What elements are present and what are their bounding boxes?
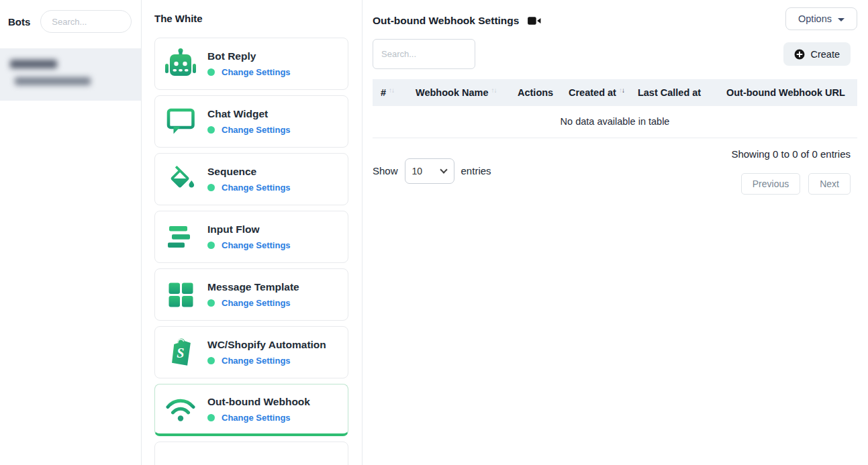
show-label: Show — [373, 165, 398, 176]
feature-card-wc-shopify[interactable]: S WC/Shopify Automation Change Settings — [154, 326, 348, 378]
robot-icon — [164, 48, 197, 80]
column-header-webhook-name[interactable]: Webhook Name↑↓ — [409, 79, 511, 106]
sidebar-title: Bots — [8, 16, 30, 28]
chevron-down-icon — [838, 18, 845, 21]
card-title: Out-bound Webhook — [207, 396, 310, 408]
video-camera-icon[interactable] — [527, 15, 542, 27]
change-settings-link[interactable]: Change Settings — [222, 67, 291, 77]
create-button[interactable]: Create — [783, 42, 851, 66]
card-title: Message Template — [207, 281, 299, 293]
webhook-settings-panel: Out-bound Webhook Settings Options — [363, 0, 868, 465]
table-footer: Show 10 entries Showing 0 to 0 of 0 entr… — [373, 147, 857, 195]
plus-circle-icon — [794, 49, 805, 60]
change-settings-link[interactable]: Change Settings — [222, 356, 291, 366]
bot-panel-title: The White — [154, 0, 348, 24]
column-header-created-at[interactable]: Created at↑↓ — [562, 79, 631, 106]
svg-text:S: S — [177, 346, 184, 360]
bars-icon — [164, 221, 197, 253]
page-size-control: Show 10 entries — [373, 147, 491, 195]
change-settings-link[interactable]: Change Settings — [222, 413, 291, 423]
webhooks-table: #↑↓ Webhook Name↑↓ Actions Created at↑↓ … — [373, 79, 857, 138]
create-label: Create — [810, 49, 840, 60]
change-settings-link[interactable]: Change Settings — [222, 125, 291, 135]
webhook-search-input[interactable] — [373, 39, 475, 69]
app-root: Bots The White — [0, 0, 868, 465]
page-title: Out-bound Webhook Settings — [373, 15, 519, 27]
feature-card-list: Bot Reply Change Settings — [154, 38, 348, 465]
previous-button[interactable]: Previous — [741, 173, 800, 195]
feature-card-input-flow[interactable]: Input Flow Change Settings — [154, 211, 348, 263]
shopify-bag-icon: S — [164, 336, 197, 368]
sort-icon: ↑↓ — [491, 87, 497, 94]
change-settings-link[interactable]: Change Settings — [222, 183, 291, 193]
card-title: Input Flow — [207, 223, 291, 236]
status-dot — [207, 126, 215, 134]
status-dot — [207, 299, 215, 307]
feature-card-message-template[interactable]: Message Template Change Settings — [154, 268, 348, 321]
empty-row: No data available in table — [373, 106, 857, 138]
entries-label: entries — [461, 165, 491, 176]
grid-icon — [164, 278, 197, 311]
content-header: Out-bound Webhook Settings Options — [373, 0, 857, 30]
pagination: Previous Next — [741, 173, 851, 195]
sidebar-header: Bots — [0, 0, 141, 41]
feature-card-chat-widget[interactable]: Chat Widget Change Settings — [154, 95, 348, 148]
sort-icon: ↑↓ — [389, 87, 394, 94]
status-dot — [207, 414, 215, 421]
status-dot — [207, 68, 215, 76]
card-title: Bot Reply — [207, 50, 291, 62]
next-button[interactable]: Next — [808, 173, 851, 195]
page-size-select[interactable]: 10 — [405, 158, 454, 184]
sort-icon-active: ↑↓ — [619, 87, 624, 94]
bot-name-redacted — [10, 60, 57, 68]
table-header-row: #↑↓ Webhook Name↑↓ Actions Created at↑↓ … — [373, 79, 857, 106]
card-title: Sequence — [207, 166, 291, 178]
chat-bubble-icon — [164, 105, 197, 138]
feature-card-sequence[interactable]: Sequence Change Settings — [154, 153, 348, 205]
column-header-last-called-at: Last Called at — [631, 79, 720, 106]
options-label: Options — [798, 13, 832, 24]
bots-sidebar: Bots — [0, 0, 142, 465]
paint-bucket-icon — [164, 163, 197, 195]
feature-card-outbound-webhook[interactable]: Out-bound Webhook Change Settings — [154, 384, 348, 436]
table-toolbar: Create — [373, 39, 857, 69]
bots-search-input[interactable] — [40, 10, 132, 33]
status-dot — [207, 357, 215, 364]
feature-card-bot-reply[interactable]: Bot Reply Change Settings — [154, 38, 348, 90]
column-header-index[interactable]: #↑↓ — [373, 79, 409, 106]
entries-summary: Showing 0 to 0 of 0 entries — [731, 148, 851, 160]
card-title: Chat Widget — [207, 108, 291, 120]
feature-card-partial[interactable] — [154, 442, 348, 465]
bot-phone-redacted — [15, 77, 91, 85]
bot-feature-panel: The White — [142, 0, 363, 465]
wifi-icon — [164, 393, 197, 425]
status-dot — [207, 242, 215, 249]
change-settings-link[interactable]: Change Settings — [222, 298, 291, 308]
column-header-webhook-url: Out-bound Webhook URL — [720, 79, 857, 106]
bot-list-item-selected[interactable] — [0, 48, 141, 101]
column-header-actions: Actions — [511, 79, 562, 106]
card-title: WC/Shopify Automation — [207, 339, 326, 351]
empty-message: No data available in table — [373, 106, 857, 138]
status-dot — [207, 184, 215, 191]
change-settings-link[interactable]: Change Settings — [222, 240, 291, 250]
options-button[interactable]: Options — [785, 7, 857, 30]
